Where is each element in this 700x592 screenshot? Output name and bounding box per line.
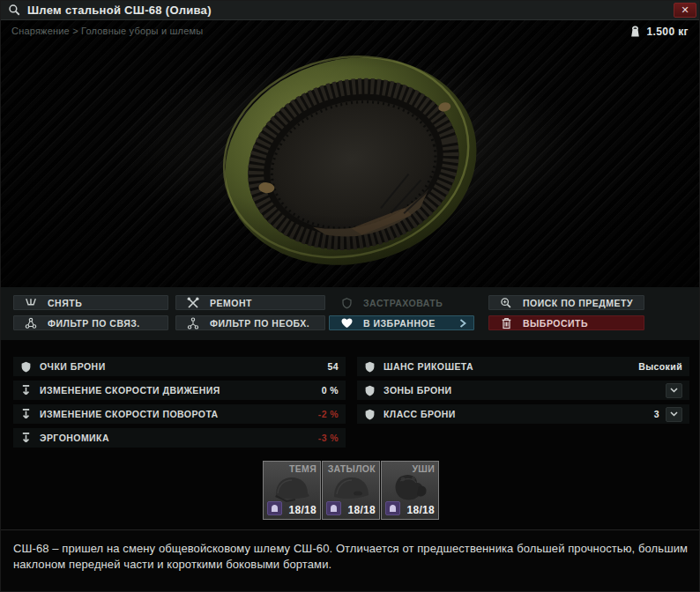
stat-label: ЗОНЫ БРОНИ	[384, 385, 452, 396]
zone-durability: 18/18	[288, 504, 316, 516]
heart-icon	[330, 318, 363, 329]
armor-zones-dropdown-button[interactable]	[666, 383, 682, 398]
breadcrumb: Снаряжение > Головные уборы и шлемы	[11, 26, 203, 36]
action-toolbar: СНЯТЬ РЕМОНТ ЗАСТРАХОВАТЬ ПОИСК ПО ПРЕДМ…	[1, 287, 700, 340]
chevron-down-icon	[670, 388, 678, 393]
weight-indicator: 1.500 кг	[629, 25, 689, 38]
button-label: ФИЛЬТР ПО СВЯЗ.	[48, 318, 140, 329]
stat-label: ШАНС РИКОШЕТА	[384, 361, 473, 372]
title-bar: Шлем стальной СШ-68 (Олива) ✕	[1, 1, 699, 20]
stat-value: 0 %	[322, 385, 339, 396]
stat-label: ИЗМЕНЕНИЕ СКОРОСТИ ПОВОРОТА	[40, 409, 219, 419]
search-by-item-button[interactable]: ПОИСК ПО ПРЕДМЕТУ	[488, 295, 644, 310]
close-button[interactable]: ✕	[674, 3, 696, 18]
vignette-overlay	[1, 20, 700, 287]
button-label: ФИЛЬТР ПО НЕОБХ.	[210, 318, 309, 329]
stat-label: КЛАСС БРОНИ	[384, 409, 456, 419]
stat-label: ИЗМЕНЕНИЕ СКОРОСТИ ДВИЖЕНИЯ	[40, 385, 220, 396]
stat-label: ОЧКИ БРОНИ	[40, 361, 106, 372]
favorite-button[interactable]: В ИЗБРАННОЕ	[329, 315, 474, 330]
item-preview-area: Снаряжение > Головные уборы и шлемы 1.50…	[1, 20, 700, 287]
armor-plate-icon	[326, 501, 341, 515]
shield-icon	[19, 359, 32, 374]
armor-class-dropdown-button[interactable]	[666, 407, 682, 422]
button-label: ЗАСТРАХОВАТЬ	[363, 298, 443, 308]
stat-row-turn-speed: ИЗМЕНЕНИЕ СКОРОСТИ ПОВОРОТА -2 %	[13, 404, 346, 424]
button-label: В ИЗБРАННОЕ	[363, 318, 436, 329]
decrease-icon	[19, 383, 32, 397]
trash-icon	[489, 317, 523, 329]
description-panel: СШ-68 – пришел на смену общевойсковому ш…	[1, 529, 700, 592]
stat-row-ergonomics: ЭРГОНОМИКА -3 %	[13, 428, 346, 448]
weight-value: 1.500 кг	[646, 26, 689, 38]
stat-row-armor-zones: ЗОНЫ БРОНИ	[357, 381, 689, 400]
search-plus-icon	[489, 297, 523, 309]
stat-value: 54	[328, 361, 339, 372]
chevron-right-icon	[459, 319, 466, 328]
stat-row-ricochet-chance: ШАНС РИКОШЕТА Высокий	[357, 357, 689, 376]
armor-plate-icon	[385, 501, 400, 515]
button-label: РЕМОНТ	[210, 298, 252, 308]
stat-row-armor-class: КЛАСС БРОНИ 3	[357, 404, 689, 424]
item-description: СШ-68 – пришел на смену общевойсковому ш…	[13, 541, 694, 574]
zone-card-ears[interactable]: УШИ 18/18	[381, 461, 439, 520]
stat-row-armor-points: ОЧКИ БРОНИ 54	[13, 357, 346, 376]
zone-card-back[interactable]: ЗАТЫЛОК 18/18	[322, 461, 380, 520]
close-icon: ✕	[681, 4, 689, 16]
unequip-icon	[14, 297, 48, 308]
button-label: ВЫБРОСИТЬ	[523, 318, 588, 329]
filter-by-required-button[interactable]: ФИЛЬТР ПО НЕОБХ.	[175, 315, 325, 330]
repair-button[interactable]: РЕМОНТ	[175, 295, 325, 310]
stat-row-movement-speed: ИЗМЕНЕНИЕ СКОРОСТИ ДВИЖЕНИЯ 0 %	[13, 381, 346, 400]
insure-button[interactable]: ЗАСТРАХОВАТЬ	[329, 295, 474, 310]
search-icon	[8, 4, 21, 17]
decrease-icon	[19, 431, 32, 445]
stat-value: -3 %	[318, 433, 339, 443]
zone-card-top[interactable]: ТЕМЯ 18/18	[263, 461, 321, 520]
shield-icon	[363, 407, 376, 421]
stat-label: ЭРГОНОМИКА	[40, 433, 109, 443]
zone-durability: 18/18	[347, 504, 376, 516]
stat-value: -2 %	[318, 409, 339, 419]
linked-filter-icon	[14, 317, 48, 329]
unequip-button[interactable]: СНЯТЬ	[13, 295, 168, 310]
button-label: ПОИСК ПО ПРЕДМЕТУ	[523, 298, 633, 308]
filter-by-linked-button[interactable]: ФИЛЬТР ПО СВЯЗ.	[13, 315, 168, 330]
stat-value: 3	[654, 409, 659, 419]
chevron-down-icon	[670, 411, 678, 417]
button-label: СНЯТЬ	[48, 298, 82, 308]
armor-plate-icon	[267, 501, 282, 515]
decrease-icon	[19, 407, 32, 421]
window-title: Шлем стальной СШ-68 (Олива)	[27, 4, 212, 17]
shield-icon	[363, 383, 376, 397]
discard-button[interactable]: ВЫБРОСИТЬ	[488, 315, 644, 330]
weight-icon	[629, 25, 641, 38]
zone-durability: 18/18	[406, 504, 435, 516]
shield-icon	[363, 359, 376, 374]
repair-icon	[176, 297, 210, 309]
shield-outline-icon	[330, 297, 363, 309]
item-inspect-window: Шлем стальной СШ-68 (Олива) ✕	[0, 0, 700, 592]
required-filter-icon	[176, 317, 210, 329]
armor-zone-cards: ТЕМЯ 18/18 ЗАТЫЛОК 18/18 УШИ 18/18	[263, 461, 440, 520]
stat-value: Высокий	[638, 361, 682, 372]
